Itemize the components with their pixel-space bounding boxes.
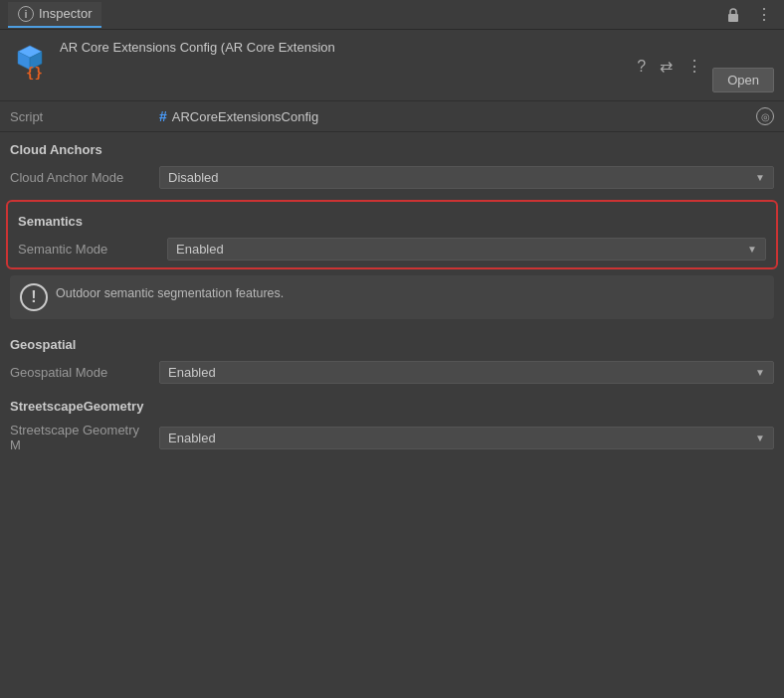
warning-text: Outdoor semantic segmentation features. <box>56 283 284 303</box>
component-icon: {} <box>10 40 50 80</box>
script-name: ARCoreExtensionsConfig <box>172 109 318 124</box>
section-geospatial: Geospatial Geospatial Mode Enabled ▼ <box>0 327 784 389</box>
script-value: # ARCoreExtensionsConfig ◎ <box>159 107 774 125</box>
svg-text:{}: {} <box>26 65 43 80</box>
cloud-anchor-mode-label: Cloud Anchor Mode <box>10 170 149 185</box>
field-row-semantic-mode: Semantic Mode Enabled ▼ <box>8 233 776 265</box>
section-title-geospatial: Geospatial <box>0 327 784 356</box>
semantic-dropdown-arrow: ▼ <box>747 244 757 255</box>
script-row: Script # ARCoreExtensionsConfig ◎ <box>0 101 784 132</box>
field-row-cloud-anchor-mode: Cloud Anchor Mode Disabled ▼ <box>0 161 784 194</box>
warning-box: ! Outdoor semantic segmentation features… <box>10 275 774 319</box>
geospatial-mode-label: Geospatial Mode <box>10 365 149 380</box>
component-more-button[interactable]: ⋮ <box>683 55 706 78</box>
streetscape-mode-dropdown[interactable]: Enabled ▼ <box>159 427 774 449</box>
component-header: {} AR Core Extensions Config (AR Core Ex… <box>0 30 784 101</box>
section-title-streetscape: StreetscapeGeometry <box>0 389 784 418</box>
target-icon[interactable]: ◎ <box>756 107 774 125</box>
component-title: AR Core Extensions Config (AR Core Exten… <box>60 38 623 57</box>
geospatial-mode-dropdown[interactable]: Enabled ▼ <box>159 361 774 384</box>
open-button[interactable]: Open <box>712 68 774 92</box>
inspector-tab-label: Inspector <box>39 6 92 21</box>
streetscape-mode-label: Streetscape Geometry M <box>10 423 149 452</box>
inspector-tab[interactable]: i Inspector <box>8 2 101 28</box>
settings-button[interactable]: ⇄ <box>656 55 677 78</box>
component-header-actions: ? ⇄ ⋮ Open <box>633 40 774 92</box>
section-title-cloud-anchors: Cloud Anchors <box>0 132 784 161</box>
help-button[interactable]: ? <box>633 56 650 78</box>
lock-button[interactable] <box>722 5 744 25</box>
field-row-streetscape-mode: Streetscape Geometry M Enabled ▼ <box>0 418 784 457</box>
section-title-semantics: Semantics <box>8 204 776 233</box>
dropdown-arrow: ▼ <box>755 172 765 183</box>
content-area: Script # ARCoreExtensionsConfig ◎ Cloud … <box>0 101 784 698</box>
svg-rect-0 <box>728 14 738 22</box>
field-row-geospatial-mode: Geospatial Mode Enabled ▼ <box>0 356 784 389</box>
geospatial-dropdown-arrow: ▼ <box>755 367 765 378</box>
section-semantics: Semantics Semantic Mode Enabled ▼ <box>6 200 778 269</box>
tab-bar-actions: ⋮ <box>722 3 776 26</box>
semantic-mode-dropdown[interactable]: Enabled ▼ <box>167 238 766 261</box>
hash-icon: # <box>159 108 167 124</box>
info-icon: i <box>18 6 34 22</box>
warning-icon: ! <box>20 283 48 311</box>
script-label: Script <box>10 109 149 124</box>
section-cloud-anchors: Cloud Anchors Cloud Anchor Mode Disabled… <box>0 132 784 194</box>
cloud-anchor-mode-dropdown[interactable]: Disabled ▼ <box>159 166 774 189</box>
semantic-mode-label: Semantic Mode <box>18 242 157 257</box>
tab-bar: i Inspector ⋮ <box>0 0 784 30</box>
section-streetscape: StreetscapeGeometry Streetscape Geometry… <box>0 389 784 457</box>
inspector-panel: i Inspector ⋮ <box>0 0 784 698</box>
component-name: AR Core Extensions Config (AR Core Exten… <box>60 40 623 57</box>
more-options-button[interactable]: ⋮ <box>752 3 776 26</box>
streetscape-dropdown-arrow: ▼ <box>755 433 765 443</box>
